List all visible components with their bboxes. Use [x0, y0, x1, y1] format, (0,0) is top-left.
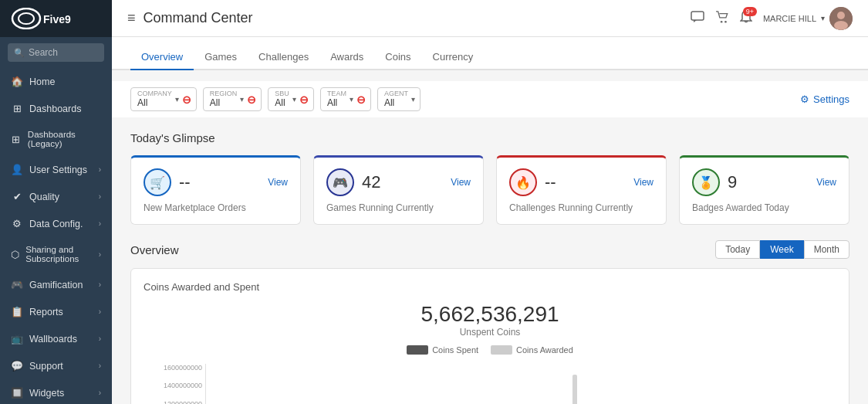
filter-region-remove-icon[interactable]: ⊖ — [247, 93, 256, 106]
svg-text:Five9: Five9 — [43, 13, 71, 25]
main-area: ≡ Command Center 9+ MARCIE HILL ▾ — [112, 0, 868, 404]
tab-currency[interactable]: Currency — [422, 45, 485, 70]
chart-container: Coins Awarded and Spent 5,662,536,291 Un… — [130, 268, 849, 404]
filter-sbu-value: All — [275, 97, 289, 108]
topbar-left: ≡ Command Center — [127, 10, 253, 26]
wallboards-icon: 📺 — [11, 333, 23, 345]
svg-point-0 — [12, 8, 40, 29]
gamification-icon: 🎮 — [11, 279, 23, 290]
marketplace-label: New Marketplace Orders — [144, 202, 288, 213]
chart-big-number: 5,662,536,291 — [144, 302, 836, 327]
challenges-view-button[interactable]: View — [633, 177, 654, 188]
nav-item-wallboards[interactable]: 📺 Wallboards › — [0, 325, 112, 352]
user-menu[interactable]: MARCIE HILL ▾ — [763, 7, 853, 30]
nav-item-home[interactable]: 🏠 Home — [0, 68, 112, 95]
search-label: Search — [29, 47, 58, 58]
filter-company-label: COMPANY — [137, 90, 172, 97]
reports-icon: 📋 — [11, 306, 23, 317]
chevron-right-icon-2: › — [99, 192, 101, 201]
chevron-right-icon-3: › — [99, 219, 101, 228]
tab-games[interactable]: Games — [194, 45, 248, 70]
notification-badge: 9+ — [743, 7, 757, 16]
dashboards-legacy-icon: ⊞ — [11, 134, 22, 145]
chevron-right-icon-7: › — [99, 334, 101, 343]
filter-team[interactable]: TEAM All ▾ ⊖ — [320, 87, 371, 111]
nav-item-quality[interactable]: ✔ Quality › — [0, 183, 112, 210]
nav-item-sharing[interactable]: ⬡ Sharing and Subscriptions › — [0, 237, 112, 271]
legend-spent-label: Coins Spent — [432, 345, 478, 355]
nav-item-dashboards-legacy[interactable]: ⊞ Dashboards (Legacy) — [0, 122, 112, 156]
legend-spent: Coins Spent — [407, 345, 478, 355]
tab-challenges[interactable]: Challenges — [248, 45, 319, 70]
search-box[interactable]: 🔍 Search — [8, 43, 104, 62]
filter-region[interactable]: REGION All ▾ ⊖ — [203, 87, 262, 111]
nav-label-wallboards: Wallboards — [29, 334, 77, 345]
nav-item-data-config[interactable]: ⚙ Data Config. › — [0, 210, 112, 237]
search-icon: 🔍 — [14, 48, 25, 58]
period-today-button[interactable]: Today — [715, 240, 760, 259]
games-metric: 42 — [362, 172, 380, 192]
nav-item-reports[interactable]: 📋 Reports › — [0, 298, 112, 325]
filter-company[interactable]: COMPANY All ▾ ⊖ — [130, 87, 197, 111]
tab-awards[interactable]: Awards — [319, 45, 374, 70]
chevron-right-icon-8: › — [99, 362, 101, 370]
tab-overview[interactable]: Overview — [130, 45, 194, 70]
period-month-button[interactable]: Month — [804, 240, 849, 259]
nav-item-widgets[interactable]: 🔲 Widgets › — [0, 379, 112, 404]
nav-item-support[interactable]: 💬 Support › — [0, 352, 112, 379]
dashboards-icon: ⊞ — [11, 103, 23, 114]
topbar-right: 9+ MARCIE HILL ▾ — [691, 7, 853, 30]
filter-sbu-remove-icon[interactable]: ⊖ — [299, 93, 309, 106]
tab-coins[interactable]: Coins — [374, 45, 421, 70]
marketplace-view-button[interactable]: View — [268, 177, 288, 188]
badges-metric: 9 — [728, 172, 737, 192]
period-buttons: Today Week Month — [715, 240, 849, 259]
settings-button[interactable]: ⚙ Settings — [800, 93, 849, 105]
hamburger-menu[interactable]: ≡ — [127, 10, 136, 26]
legend-spent-box — [407, 345, 428, 355]
games-card-icon: 🎮 — [326, 168, 354, 196]
chart-y-labels: 1600000000 1400000000 1200000000 1000000… — [144, 364, 205, 404]
chart-sub-label: Unspent Coins — [144, 327, 836, 338]
nav-item-gamification[interactable]: 🎮 Gamification › — [0, 271, 112, 298]
nav-label-support: Support — [29, 361, 63, 372]
card-badges: 🏅 9 View Badges Awarded Today — [679, 155, 849, 225]
badges-card-icon: 🏅 — [692, 168, 720, 196]
filter-team-remove-icon[interactable]: ⊖ — [356, 93, 366, 106]
badges-label: Badges Awarded Today — [692, 202, 836, 213]
period-week-button[interactable]: Week — [760, 240, 803, 259]
widgets-icon: 🔲 — [11, 387, 23, 399]
home-icon: 🏠 — [11, 76, 23, 87]
nav-item-user-settings[interactable]: 👤 User Settings › — [0, 156, 112, 183]
filter-sbu[interactable]: SBU All ▾ ⊖ — [268, 87, 314, 111]
chart-bars — [205, 364, 836, 404]
todays-glimpse-title: Today's Glimpse — [112, 131, 868, 144]
nav-label-home: Home — [29, 76, 55, 87]
sidebar: Five9 🔍 Search 🏠 Home ⊞ Dashboards ⊞ Das… — [0, 0, 112, 404]
bar-group-3 — [387, 364, 475, 404]
svg-point-8 — [834, 21, 848, 30]
bar-group-5 — [567, 364, 656, 404]
filter-company-remove-icon[interactable]: ⊖ — [182, 93, 191, 106]
filter-team-value: All — [327, 97, 346, 108]
filter-team-arrow-icon: ▾ — [350, 95, 353, 104]
data-config-icon: ⚙ — [11, 218, 23, 229]
bar-group-6 — [657, 364, 746, 404]
marketplace-metric: -- — [179, 172, 191, 192]
cart-icon[interactable] — [715, 11, 729, 26]
support-icon: 💬 — [11, 360, 23, 372]
user-chevron-icon: ▾ — [821, 14, 825, 22]
svg-point-5 — [724, 20, 727, 22]
games-view-button[interactable]: View — [451, 177, 471, 188]
badges-view-button[interactable]: View — [816, 177, 836, 188]
filter-agent[interactable]: AGENT All ▾ — [377, 87, 420, 111]
card-games: 🎮 42 View Games Running Currently — [313, 155, 484, 225]
message-icon[interactable] — [691, 11, 704, 26]
svg-point-1 — [19, 13, 34, 24]
content: Overview Games Challenges Awards Coins C… — [112, 37, 868, 404]
nav-item-dashboards[interactable]: ⊞ Dashboards — [0, 95, 112, 122]
legend-awarded-label: Coins Awarded — [516, 345, 573, 355]
bell-icon[interactable]: 9+ — [740, 10, 752, 27]
cards-row: 🛒 -- View New Marketplace Orders 🎮 42 Vi… — [112, 155, 868, 225]
filter-region-arrow-icon: ▾ — [240, 95, 244, 104]
